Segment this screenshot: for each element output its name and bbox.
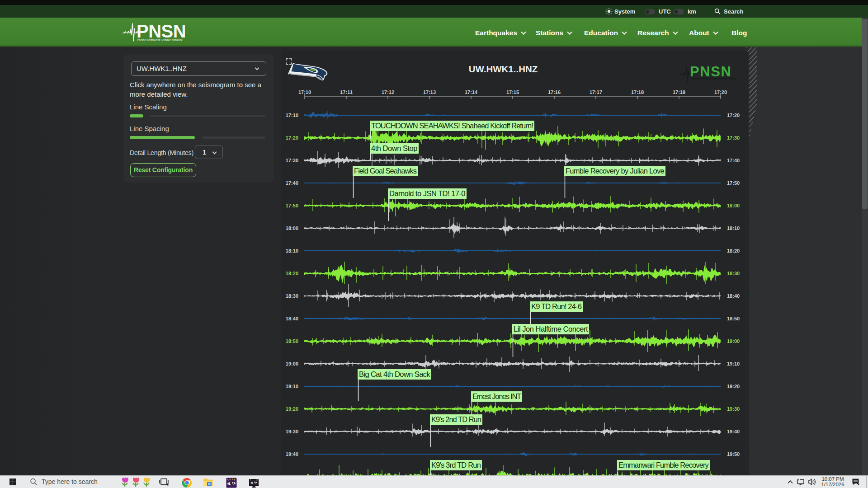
svg-text:18:50: 18:50 — [727, 316, 740, 321]
svg-text:17:20: 17:20 — [286, 135, 298, 141]
svg-text:17:30: 17:30 — [286, 158, 298, 163]
svg-text:18:20: 18:20 — [727, 248, 740, 253]
svg-text:17:30: 17:30 — [727, 135, 740, 141]
svg-text:17:17: 17:17 — [590, 89, 602, 95]
svg-text:PNSN: PNSN — [690, 64, 732, 80]
svg-text:19:40: 19:40 — [727, 429, 740, 434]
svg-text:17:40: 17:40 — [727, 158, 740, 163]
svg-text:18:50: 18:50 — [286, 338, 298, 344]
svg-text:18:00: 18:00 — [286, 225, 298, 231]
svg-text:17:20: 17:20 — [714, 89, 727, 95]
svg-text:18:00: 18:00 — [727, 203, 740, 208]
svg-text:19:30: 19:30 — [727, 406, 740, 412]
svg-text:19:00: 19:00 — [286, 361, 298, 366]
svg-text:18:30: 18:30 — [286, 293, 298, 299]
svg-text:18:40: 18:40 — [286, 316, 298, 321]
svg-text:19:30: 19:30 — [286, 429, 298, 434]
svg-text:17:50: 17:50 — [286, 203, 298, 208]
svg-text:17:20: 17:20 — [727, 113, 740, 118]
svg-text:19:40: 19:40 — [286, 451, 298, 457]
svg-text:17:50: 17:50 — [727, 180, 740, 186]
svg-text:17:15: 17:15 — [506, 89, 519, 95]
svg-text:19:50: 19:50 — [727, 451, 740, 457]
svg-text:17:18: 17:18 — [631, 89, 644, 95]
svg-text:19:10: 19:10 — [727, 361, 740, 366]
svg-text:19:10: 19:10 — [286, 384, 298, 389]
svg-text:19:00: 19:00 — [727, 338, 740, 344]
svg-text:17:10: 17:10 — [298, 89, 311, 95]
svg-text:19:20: 19:20 — [286, 406, 298, 412]
svg-text:17:13: 17:13 — [423, 89, 436, 95]
svg-text:17:16: 17:16 — [548, 89, 561, 95]
svg-text:17:11: 17:11 — [340, 89, 353, 95]
svg-text:18:20: 18:20 — [286, 271, 298, 276]
svg-text:18:10: 18:10 — [727, 225, 740, 231]
svg-text:18:10: 18:10 — [286, 248, 298, 253]
svg-text:UW.HWK1..HNZ: UW.HWK1..HNZ — [469, 64, 538, 74]
svg-text:17:40: 17:40 — [286, 180, 298, 186]
svg-text:17:10: 17:10 — [286, 113, 298, 118]
svg-text:17:14: 17:14 — [465, 89, 478, 95]
svg-text:18:40: 18:40 — [727, 293, 740, 299]
svg-text:17:19: 17:19 — [673, 89, 685, 95]
svg-text:17:12: 17:12 — [382, 89, 394, 95]
svg-text:19:20: 19:20 — [727, 384, 740, 389]
svg-text:18:30: 18:30 — [727, 271, 740, 276]
